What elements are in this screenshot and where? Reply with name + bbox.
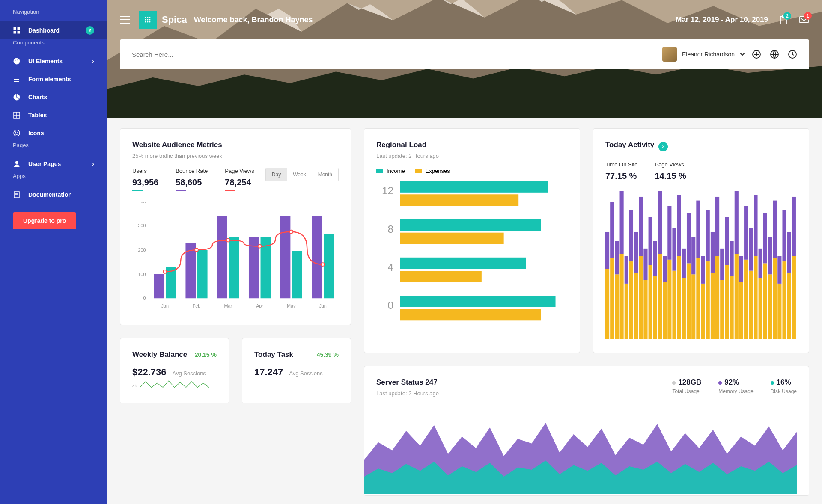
nav-item-user-pages[interactable]: User Pages › [0,155,107,173]
svg-rect-48 [292,251,302,298]
svg-rect-42 [229,237,239,298]
weekly-sub: Avg Sessions [173,370,206,377]
stat-time-on-site: Time On Site77.15 % [605,161,637,181]
svg-point-24 [149,21,151,23]
nav-item-documentation[interactable]: Documentation [0,186,107,204]
brand-name: Spica [162,14,187,25]
svg-text:200: 200 [138,247,146,252]
today-chart [605,191,797,339]
hero-banner: Spica Welcome back, Brandon Haynes Mar 1… [107,0,822,118]
card-title: Server Status 247 [376,378,439,387]
svg-text:Jan: Jan [161,303,169,308]
upgrade-button[interactable]: Upgrade to pro [13,212,76,229]
svg-rect-122 [725,265,729,339]
list-icon [13,75,21,83]
card-title: Website Audience Metrics [132,141,339,149]
svg-point-22 [145,21,146,23]
nav-section-header: Pages [13,142,94,148]
mail-icon[interactable]: 1 [799,15,809,25]
nav-section-header: Components [13,39,94,46]
welcome-text: Welcome back, Brandon Haynes [194,15,313,24]
svg-text:0: 0 [388,299,394,311]
svg-rect-134 [754,256,757,339]
svg-point-53 [163,270,167,273]
svg-rect-120 [720,280,724,339]
tab-month[interactable]: Month [312,168,338,181]
date-range[interactable]: Mar 12, 2019 - Apr 10, 2019 [676,15,768,24]
svg-point-56 [258,245,262,248]
nav-item-ui-elements[interactable]: UI Elements › [0,52,107,70]
svg-rect-71 [400,309,541,320]
audience-chart: 0100200300400JanFebMarAprMayJun [132,202,339,311]
svg-point-58 [321,263,325,266]
svg-rect-83 [629,210,633,261]
svg-rect-79 [620,191,624,254]
svg-rect-65 [400,233,504,244]
svg-rect-137 [759,249,762,278]
svg-rect-109 [691,237,695,274]
nav-item-tables[interactable]: Tables [0,106,107,124]
search-input[interactable] [132,51,662,58]
svg-rect-50 [312,216,322,298]
clock-icon[interactable] [788,50,797,59]
svg-rect-99 [667,206,671,260]
svg-rect-62 [400,194,518,206]
svg-rect-108 [691,274,695,339]
svg-rect-112 [701,284,705,339]
svg-text:May: May [287,303,296,308]
tab-day[interactable]: Day [266,168,287,181]
nav-label: Tables [28,112,47,119]
svg-rect-151 [792,197,796,256]
svg-text:Feb: Feb [193,303,201,308]
palette-icon [13,57,21,65]
nav-item-form-elements[interactable]: Form elements [0,70,107,88]
svg-rect-76 [615,274,619,339]
card-subtitle: 25% more traffic than previous week [132,153,339,159]
nav-item-dashboard[interactable]: Dashboard 2 [0,21,107,39]
svg-point-57 [289,230,293,234]
svg-rect-150 [792,256,796,339]
svg-rect-82 [629,261,633,339]
svg-rect-148 [787,273,791,339]
add-icon[interactable] [752,50,761,59]
svg-rect-145 [777,256,781,284]
svg-rect-89 [643,249,647,280]
svg-rect-121 [720,249,724,280]
nav-item-charts[interactable]: Charts [0,88,107,106]
globe-icon[interactable] [770,50,779,59]
legend-expenses: Expenses [415,168,450,174]
audience-card: Website Audience Metrics 25% more traffi… [120,128,351,325]
user-name: Eleanor Richardson [682,51,735,58]
svg-rect-129 [739,256,743,282]
svg-rect-92 [653,276,657,339]
svg-text:0: 0 [143,296,146,301]
chevron-right-icon: › [92,160,94,167]
svg-rect-105 [682,249,686,278]
user-menu[interactable]: Eleanor Richardson [662,47,745,62]
metric-users: Users93,956 [132,168,158,191]
main: Spica Welcome back, Brandon Haynes Mar 1… [107,0,822,504]
nav-item-icons[interactable]: Icons [0,124,107,142]
svg-text:Apr: Apr [256,303,263,308]
task-sub: Avg Sessions [289,370,323,377]
svg-rect-119 [715,197,719,256]
weekly-pct: 20.15 % [195,351,217,358]
nav-section-header: Apps [13,173,94,179]
doc-icon [13,191,21,199]
svg-rect-141 [768,237,772,274]
clipboard-icon[interactable]: 2 [778,15,789,25]
svg-rect-125 [730,241,734,276]
stat-page-views: Page Views14.15 % [655,161,686,181]
svg-rect-143 [773,201,777,258]
svg-rect-149 [787,232,791,273]
task-value: 17.247 [254,367,283,378]
tab-week[interactable]: Week [287,168,312,181]
svg-rect-67 [400,258,526,269]
activity-badge: 2 [658,142,668,151]
svg-rect-96 [663,282,667,339]
svg-rect-102 [677,256,681,339]
svg-point-54 [195,248,198,252]
svg-rect-95 [658,191,662,254]
menu-toggle-icon[interactable] [120,16,130,24]
svg-point-7 [18,62,18,62]
